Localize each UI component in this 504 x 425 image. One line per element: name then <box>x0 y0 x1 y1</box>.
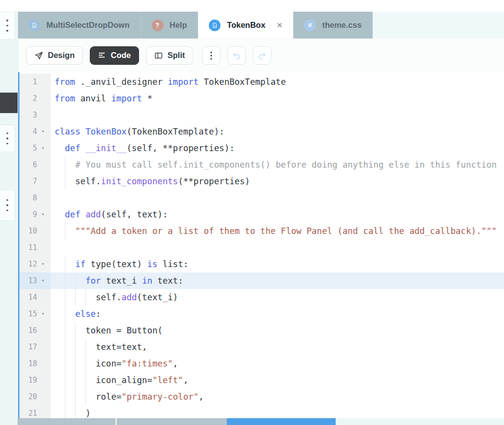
code-line-5[interactable]: 5▾ def __init__(self, **properties): <box>20 140 504 156</box>
code-text <box>51 239 504 256</box>
line-number: 12 <box>20 256 37 272</box>
bottom-panel-segment[interactable] <box>117 418 227 425</box>
code-line-1[interactable]: 1from ._anvil_designer import TokenBoxTe… <box>20 74 504 90</box>
code-text: token = Button( <box>51 322 504 339</box>
horizontal-scrollbar-thumb[interactable] <box>227 418 336 425</box>
rail-drag-handle-middle[interactable] <box>0 125 15 152</box>
gutter-cell: 13▾ <box>20 272 51 289</box>
gutter-cell: 15▾ <box>20 306 51 322</box>
line-number: 4 <box>20 123 37 140</box>
gutter-cell: 4▾ <box>20 123 51 140</box>
rail-drag-handle-bottom[interactable] <box>0 190 15 221</box>
paper-plane-icon <box>34 51 43 60</box>
gutter-cell: 8 <box>20 190 51 206</box>
gutter-cell: 1 <box>20 74 51 90</box>
code-text: icon="fa:times", <box>51 355 504 372</box>
code-line-14[interactable]: 14 self.add(text_i) <box>20 289 504 306</box>
design-button[interactable]: Design <box>26 46 83 65</box>
line-number: 11 <box>20 239 37 256</box>
gutter-cell: 7 <box>20 173 51 190</box>
line-number: 7 <box>20 173 37 190</box>
rail-drag-handle-top[interactable] <box>0 12 15 39</box>
close-tab-icon[interactable]: ✕ <box>277 21 283 30</box>
code-lines-icon <box>98 51 106 59</box>
redo-button[interactable] <box>253 46 271 65</box>
line-number: 20 <box>20 388 37 405</box>
code-line-6[interactable]: 6 # You must call self.init_components()… <box>20 156 504 173</box>
tab-label: MultiSelectDropDown <box>46 21 130 29</box>
gutter-cell: 5▾ <box>20 140 51 156</box>
code-line-9[interactable]: 9▾ def add(self, text): <box>20 206 504 223</box>
code-line-17[interactable]: 17 text=text, <box>20 339 504 355</box>
drag-handle-icon <box>6 199 8 212</box>
line-number: 10 <box>20 223 37 239</box>
gutter-cell: 21 <box>20 405 51 418</box>
code-line-21[interactable]: 21 ) <box>20 405 504 418</box>
code-line-2[interactable]: 2from anvil import * <box>20 90 504 107</box>
code-line-8[interactable]: 8 <box>20 190 504 206</box>
code-text: from anvil import * <box>51 90 504 107</box>
code-label: Code <box>111 51 131 60</box>
code-line-13[interactable]: 13▾ for text_i in text: <box>20 272 504 289</box>
bottom-panel-segment[interactable] <box>18 418 116 425</box>
form-file-icon <box>28 19 40 31</box>
gutter-cell: 10 <box>20 223 51 239</box>
code-editor[interactable]: 1from ._anvil_designer import TokenBoxTe… <box>18 72 504 418</box>
fold-arrow-icon[interactable]: ▾ <box>37 123 49 140</box>
fold-arrow-icon[interactable]: ▾ <box>37 206 49 223</box>
split-pane-icon <box>154 51 163 60</box>
anvil-ide-screen: MultiSelectDropDown?HelpTokenBox✕#theme.… <box>0 0 504 425</box>
line-number: 5 <box>20 140 37 156</box>
code-text: def add(self, text): <box>51 206 504 223</box>
split-button[interactable]: Split <box>146 46 193 65</box>
code-line-4[interactable]: 4▾class TokenBox(TokenBoxTemplate): <box>20 123 504 140</box>
line-number: 21 <box>20 405 37 418</box>
gutter-cell: 11 <box>20 239 51 256</box>
line-number: 8 <box>20 190 37 206</box>
fold-arrow-icon[interactable]: ▾ <box>37 140 49 156</box>
tab-theme-css[interactable]: #theme.css <box>293 12 373 39</box>
gutter-cell: 9▾ <box>20 206 51 223</box>
code-line-15[interactable]: 15▾ else: <box>20 306 504 322</box>
code-line-3[interactable]: 3 <box>20 107 504 123</box>
tab-label: theme.css <box>322 21 362 29</box>
code-text: if type(text) is list: <box>51 256 504 272</box>
code-line-12[interactable]: 12▾ if type(text) is list: <box>20 256 504 272</box>
code-button[interactable]: Code <box>90 46 139 65</box>
code-text: def __init__(self, **properties): <box>51 140 504 156</box>
gutter-cell: 19 <box>20 372 51 388</box>
line-number: 17 <box>20 339 37 355</box>
code-text <box>51 107 504 123</box>
code-text: icon_align="left", <box>51 372 504 388</box>
code-text: self.add(text_i) <box>51 289 504 306</box>
code-line-10[interactable]: 10 """Add a token or a list of them to t… <box>20 223 504 239</box>
tab-label: Help <box>170 21 187 29</box>
gutter-cell: 3 <box>20 107 51 123</box>
code-text: """Add a token or a list of them to the … <box>51 223 504 239</box>
code-line-11[interactable]: 11 <box>20 239 504 256</box>
tab-tokenbox[interactable]: TokenBox✕ <box>198 12 293 39</box>
code-line-20[interactable]: 20 role="primary-color", <box>20 388 504 405</box>
help-icon: ? <box>152 19 163 31</box>
code-line-19[interactable]: 19 icon_align="left", <box>20 372 504 388</box>
tab-help[interactable]: ?Help <box>141 12 199 39</box>
bottom-bar <box>0 418 504 425</box>
code-line-7[interactable]: 7 self.init_components(**properties) <box>20 173 504 190</box>
tab-multiselectdropdown[interactable]: MultiSelectDropDown <box>18 12 141 39</box>
code-line-18[interactable]: 18 icon="fa:times", <box>20 355 504 372</box>
collapsed-panel-tab[interactable] <box>0 93 18 113</box>
tab-label: TokenBox <box>227 21 265 29</box>
fold-arrow-icon[interactable]: ▾ <box>37 256 49 272</box>
design-label: Design <box>48 51 75 60</box>
tab-bar: MultiSelectDropDown?HelpTokenBox✕#theme.… <box>18 12 504 39</box>
gutter-cell: 20 <box>20 388 51 405</box>
fold-arrow-icon[interactable]: ▾ <box>37 306 49 322</box>
code-text: # You must call self.init_components() b… <box>51 156 504 173</box>
line-number: 18 <box>20 355 37 372</box>
undo-button[interactable] <box>227 46 246 65</box>
line-number: 15 <box>20 306 37 322</box>
line-number: 1 <box>20 74 37 90</box>
fold-arrow-icon[interactable]: ▾ <box>37 272 49 289</box>
more-options-button[interactable]: ⋮ <box>202 46 221 65</box>
code-line-16[interactable]: 16 token = Button( <box>20 322 504 339</box>
